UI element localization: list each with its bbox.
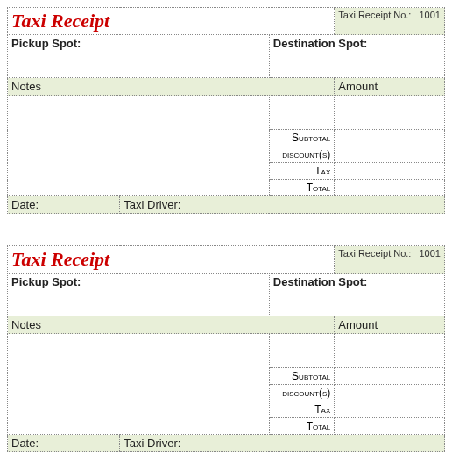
pickup-spot-cell: Pickup Spot:	[8, 35, 270, 78]
notes-header: Notes	[8, 78, 335, 96]
total-value	[335, 418, 445, 435]
discounts-value	[335, 385, 445, 401]
receipt-number-cell: Taxi Receipt No.: 1001	[335, 246, 445, 274]
date-label: Date:	[8, 435, 120, 452]
destination-spot-cell: Destination Spot:	[269, 274, 444, 316]
tax-label: Tax	[269, 163, 334, 180]
destination-spot-label: Destination Spot:	[273, 37, 368, 50]
discounts-label: discount(s)	[269, 385, 334, 401]
line-item-empty	[269, 334, 334, 368]
subtotal-label: Subtotal	[269, 130, 334, 146]
subtotal-label: Subtotal	[269, 368, 334, 385]
line-item-empty	[269, 96, 334, 130]
amount-empty	[335, 96, 445, 130]
amount-header: Amount	[335, 316, 445, 334]
subtotal-value	[335, 368, 445, 385]
notes-header: Notes	[8, 316, 335, 334]
amount-empty	[335, 334, 445, 368]
tax-value	[335, 401, 445, 418]
receipt-title: Taxi Receipt	[8, 8, 120, 35]
destination-spot-label: Destination Spot:	[273, 275, 368, 288]
receipt-title: Taxi Receipt	[8, 246, 120, 274]
amount-header: Amount	[335, 78, 445, 96]
discounts-label: discount(s)	[269, 146, 334, 163]
pickup-spot-label: Pickup Spot:	[11, 275, 81, 288]
title-spacer	[120, 8, 335, 35]
tax-label: Tax	[269, 401, 334, 418]
receipt-number: 1001	[420, 10, 441, 20]
notes-body	[8, 96, 270, 196]
notes-body	[8, 334, 270, 435]
discounts-value	[335, 146, 445, 163]
subtotal-value	[335, 130, 445, 146]
pickup-spot-label: Pickup Spot:	[11, 37, 81, 50]
tax-value	[335, 163, 445, 180]
receipt-number-label: Taxi Receipt No.:	[338, 10, 411, 20]
receipt-number: 1001	[420, 248, 441, 259]
total-value	[335, 180, 445, 196]
taxi-receipt: Taxi Receipt Taxi Receipt No.: 1001 Pick…	[7, 7, 445, 214]
destination-spot-cell: Destination Spot:	[269, 35, 444, 78]
pickup-spot-cell: Pickup Spot:	[8, 274, 270, 316]
receipt-number-label: Taxi Receipt No.:	[338, 248, 411, 259]
driver-label: Taxi Driver:	[120, 435, 445, 452]
taxi-receipt: Taxi Receipt Taxi Receipt No.: 1001 Pick…	[7, 245, 445, 452]
title-spacer	[120, 246, 335, 274]
total-label: Total	[269, 180, 334, 196]
receipt-number-cell: Taxi Receipt No.: 1001	[335, 8, 445, 35]
driver-label: Taxi Driver:	[120, 196, 445, 214]
total-label: Total	[269, 418, 334, 435]
date-label: Date:	[8, 196, 120, 214]
